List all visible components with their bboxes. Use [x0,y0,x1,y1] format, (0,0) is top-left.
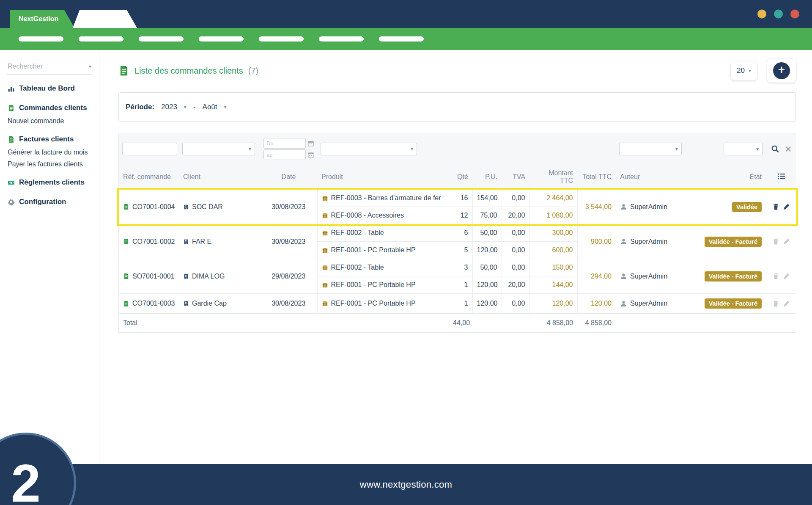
product-cell: REF-0008 - Accessoires [317,207,449,224]
status-cell: Validée - Facturé [684,224,766,259]
qty-cell: 16 [449,190,472,207]
period-month-select[interactable]: Août ▾ [200,101,229,113]
search-input[interactable] [8,63,75,70]
nav-item-placeholder[interactable] [259,36,304,41]
column-header-produit[interactable]: Produit [317,165,449,190]
column-header-qte[interactable]: Qté [449,165,472,190]
column-header-etat[interactable]: État [684,165,766,190]
column-header-ref[interactable]: Réf. commande [119,165,179,190]
nav-item-placeholder[interactable] [19,36,63,41]
chevron-down-icon: ▾ [749,68,751,73]
amount-cell: 1 080,00 [529,207,577,224]
orders-list-icon [118,65,129,76]
author-cell: SuperAdmin [616,294,684,314]
column-header-tva[interactable]: TVA [502,165,529,190]
dashboard-icon [8,85,15,92]
tva-cell: 0,00 [502,294,529,314]
column-header-date[interactable]: Date [260,165,317,190]
sidebar-search[interactable]: ▾ [7,61,92,75]
column-header-montant-ttc[interactable]: Montant TTC [529,165,577,190]
building-icon [183,204,189,210]
search-icon[interactable] [771,145,779,153]
package-icon [322,265,328,271]
total-ttc: 4 858,00 [577,314,616,333]
actions-cell [766,190,796,224]
sidebar-item-label: Payer les factures clients [8,160,83,168]
user-icon [620,238,627,245]
list-view-icon[interactable] [777,172,785,180]
table-row[interactable]: CO7001-0002 FAR E 30/08/2023 REF-0002 - … [119,224,796,242]
sidebar-item-payer-factures[interactable]: Payer les factures clients [7,158,92,170]
nav-item-placeholder[interactable] [199,36,244,41]
blank-tab[interactable] [73,10,137,28]
edit-icon-disabled [783,300,790,307]
filter-date-to-input[interactable] [263,149,306,160]
order-row-group-highlighted: CO7001-0004 SOC DAR 30/08/2023 REF-0003 … [119,190,796,224]
filter-author-select[interactable]: ▾ [619,143,682,155]
sidebar-item-reglements-clients[interactable]: Règlements clients [7,175,92,190]
sidebar-item-label: Factures clients [19,135,74,143]
nav-item-placeholder[interactable] [139,36,184,41]
column-header-auteur[interactable]: Auteur [616,165,684,190]
status-cell: Validée - Facturé [684,294,766,314]
order-row-group: CO7001-0002 FAR E 30/08/2023 REF-0002 - … [119,224,796,259]
clear-filters-icon[interactable]: ✕ [785,145,792,153]
main-nav-bar [0,28,812,50]
unit-price-cell: 50,00 [472,259,502,276]
window-dot-teal[interactable] [774,10,783,19]
add-order-button[interactable]: + [773,62,790,79]
tva-cell: 0,00 [502,224,529,242]
total-label: Total [119,314,449,333]
delete-icon[interactable] [772,203,779,210]
main-content: Liste des commandes clients (7) 20 ▾ + P… [99,50,812,464]
calendar-icon[interactable] [308,141,314,146]
calendar-icon[interactable] [308,152,314,158]
edit-icon[interactable] [783,203,790,210]
status-cell: Validée [684,190,766,224]
sidebar-item-nouvel-commande[interactable]: Nouvel commande [7,115,92,127]
package-icon [322,247,328,254]
nav-item-placeholder[interactable] [319,36,364,41]
table-total-row: Total 44,00 4 858,00 4 858,00 [119,314,796,333]
table-row[interactable]: CO7001-0003 Gardie Cap 30/08/2023 REF-00… [119,294,796,314]
page-header: Liste des commandes clients (7) 20 ▾ + [118,58,796,83]
column-header-total-ttc[interactable]: Total TTC [577,165,616,190]
period-year-select[interactable]: 2023 ▾ [159,101,189,113]
total-ttc-cell: 120,00 [577,294,616,314]
nav-item-placeholder[interactable] [379,36,424,41]
filter-client-select[interactable]: ▾ [182,143,255,155]
sidebar-item-dashboard[interactable]: Tableau de Bord [7,81,92,96]
user-icon [620,203,627,210]
product-cell: REF-0001 - PC Portable HP [317,294,449,314]
filter-state-select[interactable]: ▾ [724,143,763,155]
user-icon [620,273,627,280]
orders-table: ▾ [119,133,796,332]
nav-item-placeholder[interactable] [79,36,123,41]
table-row[interactable]: SO7001-0001 DIMA LOG 29/08/2023 REF-0002… [119,259,796,276]
sidebar-item-generer-facture[interactable]: Générer la facture du mois [7,146,92,158]
sidebar-item-configuration[interactable]: Configuration [7,195,92,209]
page-size-select[interactable]: 20 ▾ [731,61,757,80]
sidebar-item-factures-clients[interactable]: Factures clients [7,132,92,146]
order-row-group: SO7001-0001 DIMA LOG 29/08/2023 REF-0002… [119,259,796,294]
filter-date-from-input[interactable] [263,138,306,149]
page-number-value: 2 [11,453,41,505]
column-header-pu[interactable]: P.U. [472,165,502,190]
chevron-down-icon: ▾ [89,64,91,69]
order-client-cell: SOC DAR [179,190,260,224]
total-ttc-cell: 294,00 [577,259,616,294]
column-header-client[interactable]: Client [179,165,260,190]
top-bar: NextGestion [0,0,812,28]
table-row[interactable]: CO7001-0004 SOC DAR 30/08/2023 REF-0003 … [119,190,796,207]
window-dot-yellow[interactable] [757,10,766,19]
author-cell: SuperAdmin [616,224,684,259]
sidebar-item-commandes-clients[interactable]: Commandes clients [7,101,92,115]
window-dot-red[interactable] [790,10,799,19]
order-date-cell: 30/08/2023 [260,224,317,259]
unit-price-cell: 120,00 [472,242,502,259]
filter-product-select[interactable]: ▾ [321,143,417,155]
filter-ref-input[interactable] [122,143,177,155]
sidebar: ▾ Tableau de Bord Commandes clients Nouv… [0,50,99,464]
brand-tab[interactable]: NextGestion [10,10,74,28]
author-cell: SuperAdmin [616,259,684,294]
